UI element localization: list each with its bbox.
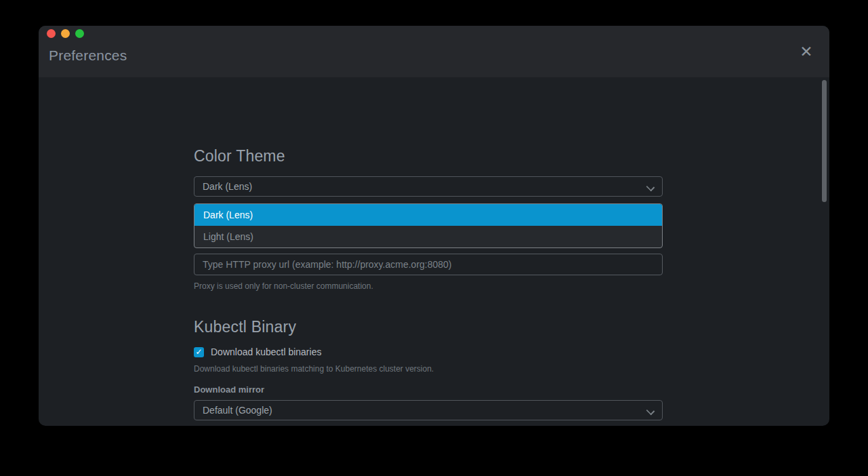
http-proxy-helper: Proxy is used only for non-cluster commu… [194, 281, 663, 291]
download-kubectl-label: Download kubectl binaries [211, 346, 321, 357]
preferences-window: Preferences ✕ Color Theme Dark (Lens) Da… [39, 26, 829, 426]
download-kubectl-helper: Download kubectl binaries matching to Ku… [194, 364, 663, 374]
checkbox-checked-icon[interactable]: ✓ [194, 347, 204, 357]
color-theme-select-value: Dark (Lens) [203, 181, 647, 192]
download-kubectl-checkbox-row[interactable]: ✓ Download kubectl binaries [194, 346, 663, 357]
download-mirror-select-value: Default (Google) [203, 405, 647, 416]
traffic-lights [47, 29, 84, 38]
download-mirror-label: Download mirror [194, 384, 663, 395]
kubectl-binary-heading: Kubectl Binary [194, 318, 663, 336]
close-window-dot-icon[interactable] [47, 29, 56, 38]
http-proxy-placeholder: Type HTTP proxy url (example: http://pro… [203, 259, 452, 270]
vertical-scrollbar[interactable] [822, 80, 827, 202]
dropdown-option-light-lens[interactable]: Light (Lens) [194, 226, 662, 247]
color-theme-dropdown-menu: Dark (Lens) Light (Lens) [194, 203, 663, 248]
titlebar: Preferences ✕ [39, 26, 829, 77]
dropdown-option-dark-lens[interactable]: Dark (Lens) [194, 204, 662, 226]
download-mirror-select[interactable]: Default (Google) [194, 400, 663, 420]
minimize-window-dot-icon[interactable] [61, 29, 70, 38]
color-theme-select[interactable]: Dark (Lens) [194, 176, 663, 197]
zoom-window-dot-icon[interactable] [75, 29, 84, 38]
close-icon[interactable]: ✕ [797, 42, 816, 61]
chevron-down-icon [647, 183, 654, 190]
page-title: Preferences [49, 47, 127, 64]
http-proxy-input[interactable]: Type HTTP proxy url (example: http://pro… [194, 254, 663, 275]
color-theme-heading: Color Theme [194, 147, 663, 165]
chevron-down-icon [647, 407, 654, 414]
preferences-content: Color Theme Dark (Lens) Dark (Lens) Ligh… [39, 77, 829, 426]
